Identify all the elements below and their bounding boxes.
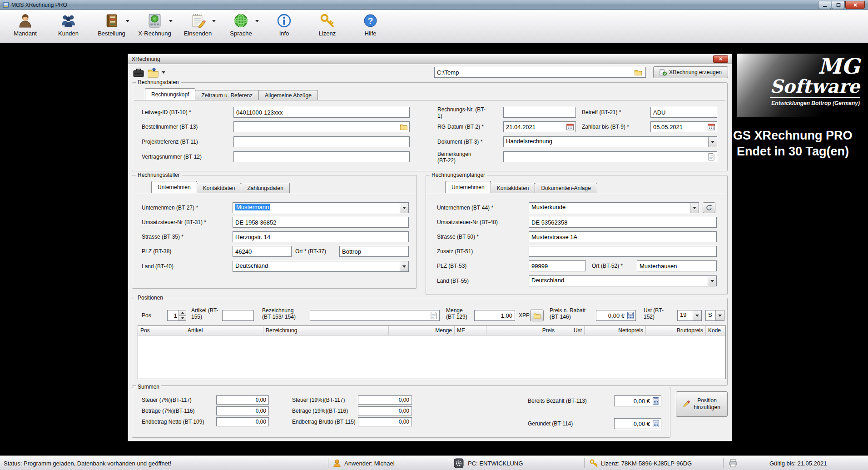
calendar-picker-icon[interactable] xyxy=(566,123,574,131)
toolbar-kunden[interactable]: Kunden xyxy=(47,12,90,41)
col-header-ust[interactable]: Ust xyxy=(557,326,585,335)
steller-ust-input[interactable] xyxy=(233,217,409,228)
bemerkungen-input[interactable] xyxy=(503,151,717,162)
dropdown-button[interactable] xyxy=(708,276,716,286)
toolbar-hilfe[interactable]: ? Hilfe xyxy=(349,12,392,41)
tab-steller-unternehmen[interactable]: Unternehmen xyxy=(151,181,197,193)
empf-land-select[interactable]: Deutschland xyxy=(529,275,717,286)
menge-input[interactable] xyxy=(474,310,515,321)
dialog-close-button[interactable] xyxy=(713,55,728,63)
tab-empf-unternehmen[interactable]: Unternehmen xyxy=(445,181,491,193)
projektreferenz-input[interactable] xyxy=(233,136,410,147)
vertragsnummer-input[interactable] xyxy=(233,151,410,162)
betraege19-input[interactable] xyxy=(358,406,412,415)
col-header-artikel[interactable]: Artikel xyxy=(185,326,263,335)
tab-zeitraum-referenz[interactable]: Zeitraum u. Referenz xyxy=(195,90,259,100)
betraege7-input[interactable] xyxy=(216,406,269,415)
archive-button[interactable] xyxy=(133,67,144,79)
rechnungsnr-input[interactable] xyxy=(503,107,576,118)
steller-plz-input[interactable] xyxy=(233,246,292,257)
tab-empf-dokumenten-anlage[interactable]: Dokumenten-Anlage xyxy=(535,183,597,193)
steller-strasse-input[interactable] xyxy=(233,231,409,242)
spinner-down-button[interactable] xyxy=(179,315,186,321)
bestellnummer-input[interactable] xyxy=(233,121,410,132)
toolbar-mandant[interactable]: Mandant xyxy=(4,12,47,41)
rechnungssteller-tabs: Unternehmen Kontaktdaten Zahlungsdaten xyxy=(151,181,289,193)
add-position-button[interactable]: Position hinzufügen xyxy=(676,391,728,417)
note-editor-icon[interactable] xyxy=(430,311,438,320)
browse-folder-icon[interactable] xyxy=(634,68,642,76)
tab-allgemeine-abzuege[interactable]: Allgemeine Abzüge xyxy=(258,90,318,100)
rgdatum-input[interactable] xyxy=(503,121,576,132)
dropdown-caret-icon[interactable] xyxy=(162,71,165,74)
endbetrag-brutto-input[interactable] xyxy=(358,417,412,426)
empf-strasse-input[interactable] xyxy=(529,231,717,242)
maximize-button[interactable] xyxy=(832,1,845,9)
dropdown-caret-icon[interactable] xyxy=(255,20,259,22)
tab-steller-zahlungsdaten[interactable]: Zahlungsdaten xyxy=(241,183,289,193)
empf-unternehmen-select[interactable]: Musterkunde xyxy=(529,202,699,213)
dropdown-caret-icon[interactable] xyxy=(169,20,173,22)
vertragsnummer-label: Vertragsnummer (BT-12) xyxy=(142,154,202,160)
col-header-nettopreis[interactable]: Nettopreis xyxy=(585,326,646,335)
xpp-folder-button[interactable] xyxy=(530,310,544,321)
minimize-button[interactable] xyxy=(818,1,831,9)
dropdown-button[interactable] xyxy=(690,203,699,213)
artikel-input[interactable] xyxy=(222,310,254,321)
calendar-picker-icon[interactable] xyxy=(707,123,715,131)
toolbar-sprache[interactable]: Sprache xyxy=(219,12,263,41)
steller-ort-input[interactable] xyxy=(339,246,409,257)
amount-calculator-icon[interactable] xyxy=(652,397,660,405)
dropdown-button[interactable] xyxy=(708,137,717,147)
betreff-input[interactable] xyxy=(650,107,717,118)
leitweg-input[interactable] xyxy=(233,107,410,118)
refresh-icon xyxy=(705,204,713,211)
tab-steller-kontaktdaten[interactable]: Kontaktdaten xyxy=(197,183,242,193)
endbetrag-netto-input[interactable] xyxy=(216,417,269,426)
dropdown-button[interactable] xyxy=(715,310,724,320)
tab-empf-kontaktdaten[interactable]: Kontaktdaten xyxy=(491,183,536,193)
col-header-bruttopreis[interactable]: Bruttopreis xyxy=(646,326,706,335)
steuer19-input[interactable] xyxy=(358,395,412,405)
pos-spinner[interactable]: 1 xyxy=(167,310,186,321)
amount-calculator-icon[interactable] xyxy=(652,420,660,428)
ust-select[interactable]: 19 xyxy=(677,310,702,321)
dokument-select[interactable]: Handelsrechnung xyxy=(503,136,717,147)
col-header-preis[interactable]: Preis xyxy=(486,326,557,335)
note-editor-icon[interactable] xyxy=(707,153,715,161)
empf-plz-input[interactable] xyxy=(529,260,586,271)
dropdown-button[interactable] xyxy=(400,203,408,213)
toolbar-einsenden[interactable]: Einsenden xyxy=(176,12,219,41)
col-header-bezeichnung[interactable]: Bezeichnung xyxy=(263,326,389,335)
close-button[interactable] xyxy=(845,1,865,9)
dropdown-button[interactable] xyxy=(400,261,408,271)
tab-rechnungskopf[interactable]: Rechnungskopf xyxy=(145,88,195,100)
spinner-up-button[interactable] xyxy=(179,310,186,315)
chevron-down-icon xyxy=(711,141,714,143)
kode-select[interactable]: S xyxy=(705,310,724,321)
col-header-me[interactable]: ME xyxy=(455,326,486,335)
toolbar-lizenz[interactable]: Lizenz xyxy=(306,12,349,41)
empf-zusatz-input[interactable] xyxy=(529,246,717,257)
dropdown-caret-icon[interactable] xyxy=(212,20,216,22)
toolbar-xrechnung[interactable]: X-Rechnung xyxy=(133,12,176,41)
col-header-pos[interactable]: Pos xyxy=(138,326,185,335)
dropdown-button[interactable] xyxy=(693,310,701,320)
bezeichnung-input[interactable] xyxy=(310,310,440,321)
output-path-input[interactable] xyxy=(434,67,646,78)
generate-xrechnung-button[interactable]: XRechnung erzeugen xyxy=(653,66,728,78)
empf-ust-input[interactable] xyxy=(529,217,717,228)
dropdown-caret-icon[interactable] xyxy=(126,20,129,22)
empf-ort-input[interactable] xyxy=(637,260,717,271)
col-header-menge[interactable]: Menge xyxy=(389,326,455,335)
steuer7-input[interactable] xyxy=(216,395,269,405)
steller-unternehmen-select[interactable]: Mustermann xyxy=(233,202,409,213)
open-folder-button[interactable] xyxy=(147,67,159,79)
steller-land-select[interactable]: Deutschland xyxy=(233,261,409,272)
toolbar-info[interactable]: Info xyxy=(263,12,306,41)
toolbar-bestellung[interactable]: Bestellung xyxy=(90,12,133,41)
bestellnummer-folder-icon[interactable] xyxy=(400,123,408,131)
amount-calculator-icon[interactable] xyxy=(626,311,635,320)
refresh-customers-button[interactable] xyxy=(703,202,715,213)
col-header-kode[interactable]: Kode xyxy=(706,326,725,335)
